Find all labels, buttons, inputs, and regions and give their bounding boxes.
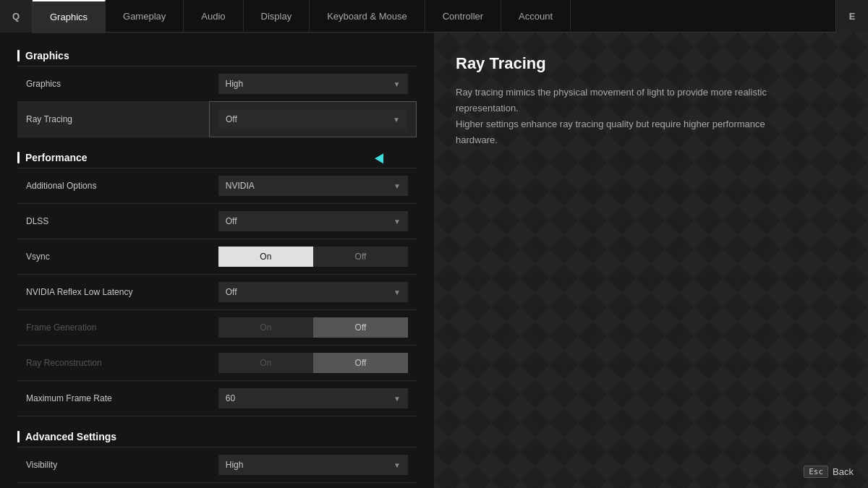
graphics-settings-table: Graphics High ▼ Ray Tracing Off ▼ [17, 66, 417, 137]
ray-reconstruction-toggle: On Off [218, 353, 408, 373]
dropdown-arrow-icon: ▼ [393, 182, 401, 190]
max-framerate-dropdown[interactable]: 60 ▼ [218, 388, 408, 408]
left-panel: Graphics Graphics High ▼ Ray Tracing [0, 33, 434, 488]
setting-label: Additional Options [17, 168, 210, 204]
ray-recon-off-button: Off [313, 353, 408, 373]
setting-label: NVIDIA Reflex Low Latency [17, 275, 210, 310]
table-row-disabled: Ray Reconstruction On Off [17, 346, 417, 381]
setting-control[interactable]: NVIDIA ▼ [210, 168, 417, 204]
setting-label: Maximum Frame Rate [17, 381, 210, 416]
dropdown-arrow-icon: ▼ [393, 80, 401, 88]
setting-label: DLSS [17, 204, 210, 239]
setting-control[interactable]: 60 ▼ [210, 381, 417, 416]
table-row: Additional Options NVIDIA ▼ [17, 168, 417, 204]
setting-control[interactable]: Off ▼ [210, 275, 417, 310]
table-row: Visibility High ▼ [17, 448, 417, 483]
ray-tracing-dropdown[interactable]: Off ▼ [218, 109, 407, 129]
dropdown-arrow-icon: ▼ [393, 288, 401, 296]
graphics-dropdown[interactable]: High ▼ [218, 74, 408, 94]
nav-left-icon: Q [0, 0, 33, 33]
esc-back-control[interactable]: Esc Back [804, 466, 854, 478]
back-label: Back [833, 466, 854, 477]
frame-gen-on-button: On [218, 317, 313, 338]
table-row: Maximum Frame Rate 60 ▼ [17, 381, 417, 416]
tab-display[interactable]: Display [244, 0, 310, 33]
section-heading-performance: Performance [17, 152, 417, 163]
right-panel-description: Ray tracing mimics the physical movement… [456, 85, 788, 148]
frame-gen-off-button: Off [313, 317, 408, 338]
setting-label: Visibility [17, 448, 210, 483]
tab-account[interactable]: Account [501, 0, 571, 33]
visibility-dropdown[interactable]: High ▼ [218, 455, 408, 475]
setting-label: Vsync [17, 239, 210, 275]
tab-controller[interactable]: Controller [425, 0, 501, 33]
tab-gameplay[interactable]: Gameplay [106, 0, 184, 33]
setting-control[interactable]: Off ▼ [210, 102, 417, 137]
setting-control: On Off [210, 346, 417, 381]
nvidia-reflex-dropdown[interactable]: Off ▼ [218, 282, 408, 302]
vsync-on-button[interactable]: On [218, 247, 313, 267]
setting-label: Frame Generation [17, 310, 210, 346]
frame-gen-toggle: On Off [218, 317, 408, 338]
setting-control[interactable]: Off ▼ [210, 204, 417, 239]
setting-label: Graphics [17, 67, 210, 102]
table-row: DLSS Off ▼ [17, 204, 417, 239]
dropdown-arrow-icon: ▼ [393, 116, 400, 124]
table-row: Graphics High ▼ [17, 67, 417, 102]
dropdown-arrow-icon: ▼ [393, 395, 401, 403]
setting-control[interactable]: On Off [210, 239, 417, 275]
main-layout: Graphics Graphics High ▼ Ray Tracing [0, 33, 868, 488]
right-panel: Ray Tracing Ray tracing mimics the physi… [434, 33, 868, 488]
tab-graphics[interactable]: Graphics [33, 0, 106, 33]
table-row-highlighted: Ray Tracing Off ▼ [17, 102, 417, 137]
navbar: Q Graphics Gameplay Audio Display Keyboa… [0, 0, 868, 33]
nav-right-icon: E [835, 0, 868, 33]
vsync-off-button[interactable]: Off [313, 247, 408, 267]
setting-control[interactable]: High ▼ [210, 67, 417, 102]
tab-audio[interactable]: Audio [184, 0, 243, 33]
advanced-settings-table: Visibility High ▼ [17, 447, 417, 483]
setting-label: Ray Reconstruction [17, 346, 210, 381]
performance-settings-table: Additional Options NVIDIA ▼ DLSS Off [17, 168, 417, 416]
additional-options-dropdown[interactable]: NVIDIA ▼ [218, 176, 408, 196]
setting-label: Ray Tracing [17, 102, 210, 137]
tab-keyboard[interactable]: Keyboard & Mouse [310, 0, 425, 33]
dlss-dropdown[interactable]: Off ▼ [218, 211, 408, 231]
dropdown-arrow-icon: ▼ [393, 461, 401, 469]
esc-key[interactable]: Esc [804, 466, 828, 478]
dropdown-arrow-icon: ▼ [393, 218, 401, 226]
ray-recon-on-button: On [218, 353, 313, 373]
section-heading-graphics: Graphics [17, 50, 417, 61]
table-row-disabled: Frame Generation On Off [17, 310, 417, 346]
table-row: Vsync On Off [17, 239, 417, 275]
section-heading-advanced: Advanced Settings [17, 431, 417, 442]
right-panel-title: Ray Tracing [456, 54, 846, 73]
setting-control[interactable]: High ▼ [210, 448, 417, 483]
table-row: NVIDIA Reflex Low Latency Off ▼ [17, 275, 417, 310]
vsync-toggle[interactable]: On Off [218, 247, 408, 267]
setting-control: On Off [210, 310, 417, 346]
